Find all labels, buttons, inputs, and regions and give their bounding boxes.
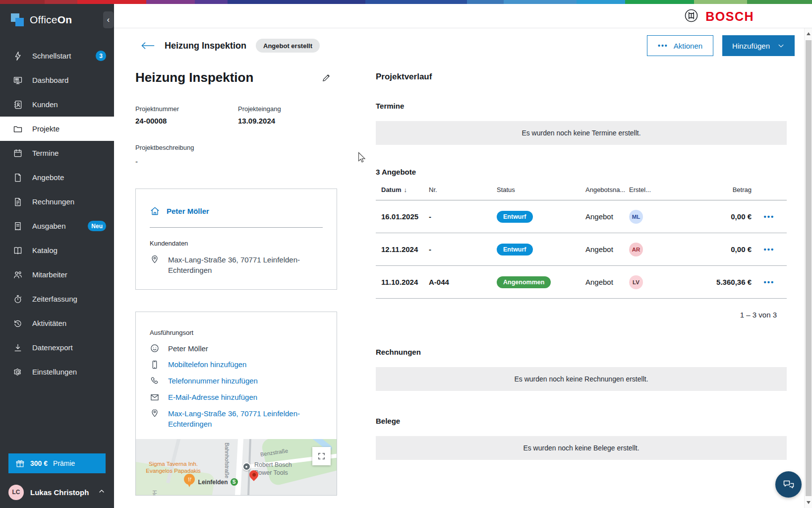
project-timeline-column: Projektverlauf Termine Es wurden noch ke…: [376, 60, 804, 460]
project-status-badge: Angebot erstellt: [256, 39, 320, 53]
project-title: Heizung Inspektion: [135, 70, 253, 85]
add-phone-row[interactable]: Telefonnummer hinzufügen: [150, 376, 323, 386]
angebot-row[interactable]: 11.10.2024 A-044 Angenommen Angebot LV 5…: [376, 266, 787, 299]
project-title-row: Heizung Inspektion: [135, 70, 337, 85]
column-header-betrag[interactable]: Betrag: [687, 186, 752, 193]
map-fullscreen-button[interactable]: [312, 447, 331, 465]
customer-address-row: Max-Lang-Straße 36, 70771 Leinfelden-Ech…: [150, 254, 323, 275]
angebot-datum: 12.11.2024: [376, 245, 429, 254]
invoice-icon: [13, 197, 23, 207]
sidebar-item-angebote[interactable]: Angebote: [0, 165, 114, 190]
project-number-value: 24-00008: [135, 117, 238, 125]
receipt-icon: [13, 221, 23, 231]
sidebar-item-ausgaben[interactable]: Ausgaben Neu: [0, 214, 114, 238]
status-badge-angenommen: Angenommen: [497, 276, 551, 288]
angebot-datum: 11.10.2024: [376, 278, 429, 286]
notification-count-badge: 3: [96, 51, 106, 61]
column-header-datum[interactable]: Datum↓: [376, 186, 429, 193]
scrollbar-thumb[interactable]: [806, 40, 812, 496]
ersteller-avatar: ML: [629, 210, 643, 224]
map-town-label: Leinfelden S: [198, 478, 238, 486]
page-header: Heizung Inspektion Angebot erstellt ••• …: [114, 28, 804, 60]
premium-button[interactable]: 300 € Prämie: [8, 453, 106, 473]
angebot-betrag: 0,00 €: [687, 212, 752, 221]
gear-icon: [13, 367, 23, 377]
row-menu-button[interactable]: •••: [764, 245, 775, 254]
pagination-status: 1 – 3 von 3: [376, 299, 787, 319]
termine-empty-state: Es wurden noch keine Termine erstellt.: [376, 121, 787, 145]
back-button[interactable]: [140, 41, 155, 50]
column-header-ersteller[interactable]: Erstel...: [629, 186, 687, 193]
angebot-row[interactable]: 16.01.2025 - Entwurf Angebot ML 0,00 € •…: [376, 200, 787, 233]
belege-heading: Belege: [376, 417, 787, 425]
sidebar-item-katalog[interactable]: Katalog: [0, 238, 114, 262]
sidebar-item-rechnungen[interactable]: Rechnungen: [0, 190, 114, 214]
angebot-name: Angebot: [585, 245, 629, 254]
row-menu-button[interactable]: •••: [764, 212, 775, 221]
sbahn-icon: S: [231, 478, 238, 486]
sidebar-collapse-button[interactable]: ‹: [103, 11, 114, 28]
belege-empty-state: Es wurden noch keine Belege erstellt.: [376, 436, 787, 460]
sidebar-item-mitarbeiter[interactable]: Mitarbeiter: [0, 262, 114, 287]
topbar: BOSCH: [114, 4, 812, 28]
phone-icon: [150, 376, 160, 386]
lightning-icon: [13, 51, 23, 61]
edit-title-button[interactable]: [321, 73, 331, 83]
sidebar-item-zeiterfassung[interactable]: Zeiterfassung: [0, 287, 114, 311]
add-mobile-link[interactable]: Mobiltelefon hinzufügen: [168, 359, 246, 370]
customer-data-label: Kundendaten: [150, 240, 323, 247]
sidebar-item-dashboard[interactable]: Dashboard: [0, 68, 114, 92]
angebot-nr: A-044: [429, 278, 497, 286]
sidebar-item-kunden[interactable]: Kunden: [0, 92, 114, 117]
scroll-up-arrow[interactable]: [807, 32, 811, 35]
location-pin-icon: [150, 254, 160, 275]
project-meta: Projektnummer 24-00008 Projekteingang 13…: [135, 105, 337, 125]
sidebar-item-schnellstart[interactable]: Schnellstart 3: [0, 44, 114, 68]
angebot-name: Angebot: [585, 278, 629, 286]
chat-support-button[interactable]: [775, 471, 802, 498]
sidebar-item-aktivitaeten[interactable]: Aktivitäten: [0, 311, 114, 335]
vertical-scrollbar[interactable]: [804, 28, 812, 508]
row-menu-button[interactable]: •••: [764, 278, 775, 286]
calendar-icon: [13, 148, 23, 158]
column-header-status[interactable]: Status: [497, 186, 585, 193]
column-header-nr[interactable]: Nr.: [429, 186, 497, 193]
rechnungen-heading: Rechnungen: [376, 348, 787, 356]
angebot-row[interactable]: 12.11.2024 - Entwurf Angebot AR 0,00 € •…: [376, 233, 787, 266]
sidebar-item-datenexport[interactable]: Datenexport: [0, 335, 114, 360]
status-badge-entwurf: Entwurf: [497, 244, 533, 255]
angebot-datum: 16.01.2025: [376, 212, 429, 221]
map-street-label: Hel: [152, 490, 158, 495]
sidebar-item-einstellungen[interactable]: Einstellungen: [0, 360, 114, 384]
contact-name-row: Peter Möller: [150, 343, 323, 353]
open-book-icon: [13, 246, 23, 255]
customer-name-link[interactable]: Peter Möller: [167, 207, 209, 215]
customer-name-row[interactable]: Peter Möller: [150, 206, 323, 216]
header-actions: ••• Aktionen Hinzufügen: [647, 35, 795, 56]
column-header-angebotsname[interactable]: Angebotsna...: [585, 186, 629, 193]
add-email-row[interactable]: E-Mail-Adresse hinzufügen: [150, 392, 323, 402]
user-menu[interactable]: LC Lukas Christoph: [0, 481, 114, 503]
customer-address: Max-Lang-Straße 36, 70771 Leinfelden-Ech…: [168, 254, 323, 275]
chat-bubbles-icon: [782, 478, 795, 491]
poi-marker-icon[interactable]: [242, 462, 251, 471]
scroll-down-arrow[interactable]: [807, 501, 811, 504]
project-description-value: -: [135, 157, 337, 166]
hinzufuegen-button[interactable]: Hinzufügen: [722, 35, 795, 56]
angebot-name: Angebot: [585, 212, 629, 221]
content-columns: Heizung Inspektion Projektnummer 24-0000…: [114, 60, 804, 496]
map[interactable]: Bahnhofstraße Benzstraße Hel Sigma Taver…: [136, 439, 337, 495]
add-mobile-row[interactable]: Mobiltelefon hinzufügen: [150, 359, 323, 370]
sidebar-bottom: 300 € Prämie LC Lukas Christoph: [0, 453, 114, 508]
execution-location-card: Ausführungsort Peter Möller Mobiltelefon…: [135, 312, 337, 496]
add-phone-link[interactable]: Telefonnummer hinzufügen: [168, 376, 258, 386]
location-address-row[interactable]: Max-Lang-Straße 36, 70771 Leinfelden-Ech…: [150, 408, 323, 429]
sidebar-item-projekte[interactable]: Projekte: [0, 117, 114, 141]
sort-desc-icon: ↓: [404, 186, 407, 193]
aktionen-button[interactable]: ••• Aktionen: [647, 35, 713, 56]
add-email-link[interactable]: E-Mail-Adresse hinzufügen: [168, 392, 257, 402]
officeon-logo-icon: [11, 13, 24, 27]
bosch-supergraphic-stripe: [0, 0, 812, 4]
location-address-link[interactable]: Max-Lang-Straße 36, 70771 Leinfelden-Ech…: [168, 408, 323, 429]
sidebar-item-termine[interactable]: Termine: [0, 141, 114, 165]
